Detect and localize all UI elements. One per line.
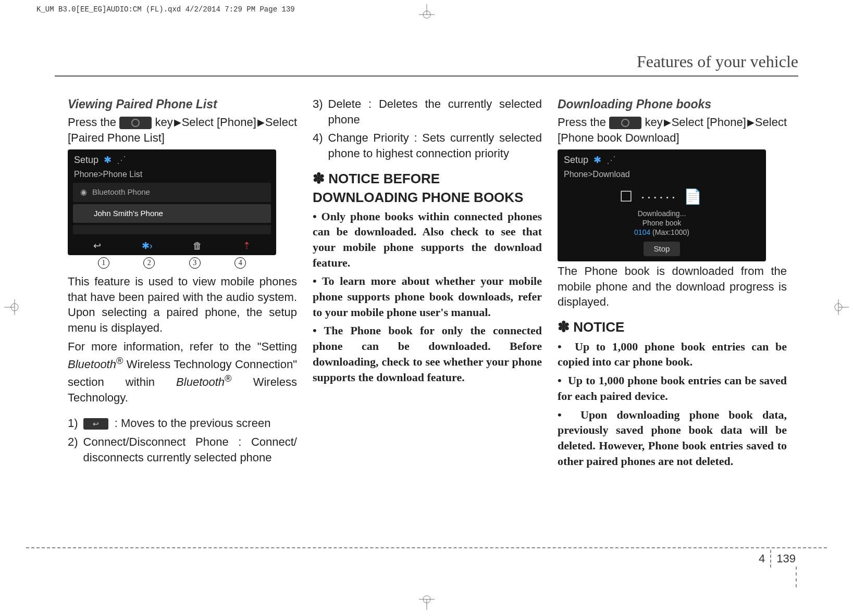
text: Downloading...	[638, 209, 686, 218]
notice-heading-text: NOTICE BEFORE DOWNLOADING PHONE BOOKS	[313, 171, 523, 205]
list-item: 3) Delete : Deletes the currently select…	[313, 96, 542, 127]
list-text: Connect/Disconnect Phone : Connect/ disc…	[83, 434, 297, 465]
callout-1-icon: 1	[98, 257, 109, 269]
bluetooth-icon: ✱	[594, 154, 601, 166]
callout-3-icon: 3	[189, 257, 201, 269]
screenshot-title: Setup	[564, 154, 588, 166]
crop-mark-icon	[833, 297, 849, 320]
notice-heading: ✽ NOTICE	[558, 317, 787, 337]
transfer-icon: ☐ ······ 📄	[558, 187, 766, 207]
download-status: Downloading... Phone book 0104 (Max:1000…	[558, 209, 766, 237]
breadcrumb: Phone>Phone List	[68, 168, 276, 181]
notice-body: • Only phone books within connected phon…	[313, 209, 542, 385]
list-item: John Smith's Phone	[73, 204, 271, 223]
page-number-value: 139	[776, 552, 796, 565]
callout-4-icon: 4	[234, 257, 246, 269]
crop-mark-icon	[416, 4, 437, 22]
column-1: Viewing Paired Phone List Press the key▶…	[68, 96, 297, 472]
bluetooth-icon: ✱	[104, 154, 112, 166]
text-italic: Bluetooth	[176, 375, 225, 388]
bullet-item: • The Phone book for only the connected …	[313, 323, 542, 385]
triangle-right-icon: ▶	[174, 116, 181, 129]
download-count: 0104	[634, 228, 650, 236]
signal-icon: ⋰	[117, 154, 126, 166]
list-item: 4) Change Priority : Sets currently sele…	[313, 130, 542, 161]
title-rule	[55, 76, 798, 77]
asterisk-icon: ✽	[313, 170, 325, 186]
list-number: 4)	[313, 130, 323, 161]
trademark-icon: ®	[225, 373, 232, 384]
list-item	[73, 225, 271, 234]
settings-key-icon	[609, 117, 641, 129]
triangle-right-icon: ▶	[663, 116, 671, 129]
trash-icon: 🗑	[193, 240, 202, 252]
bullet-item: • Only phone books within connected phon…	[313, 209, 542, 271]
list-text: Delete : Deletes the currently selected …	[328, 96, 542, 127]
text: key	[155, 116, 172, 129]
breadcrumb: Phone>Download	[558, 168, 766, 181]
instruction-text: Press the key▶Select [Phone]▶Select [Pho…	[558, 115, 787, 145]
back-button-icon: ↩	[83, 418, 108, 430]
device-screenshot-download: Setup ✱ ⋰ Phone>Download ☐ ······ 📄 Down…	[558, 149, 766, 261]
bullet-text: Only phone books within connected phones…	[313, 210, 542, 269]
section-heading: Downloading Phone books	[558, 96, 787, 112]
list-number: 3)	[313, 96, 323, 127]
bullet-text: Upon downloading phone book data, previo…	[558, 408, 787, 468]
back-icon: ↩	[93, 240, 101, 252]
paragraph: This feature is used to view mobile phon…	[68, 274, 297, 336]
crop-mark-icon	[4, 297, 20, 320]
download-max: (Max:1000)	[650, 228, 689, 236]
stop-button: Stop	[644, 242, 681, 256]
section-heading: Viewing Paired Phone List	[68, 96, 297, 112]
list-text: Change Priority : Sets currently selecte…	[328, 130, 542, 161]
bullet-text: The Phone book for only the connected ph…	[313, 324, 542, 383]
bullet-item: • Upon downloading phone book data, prev…	[558, 407, 787, 469]
column-2: 3) Delete : Deletes the currently select…	[313, 96, 542, 472]
settings-key-icon	[119, 117, 152, 129]
notice-body: • Up to 1,000 phone book entries can be …	[558, 339, 787, 469]
paragraph: The Phone book is downloaded from the mo…	[558, 263, 787, 310]
list-item: 2) Connect/Disconnect Phone : Connect/ d…	[68, 434, 297, 465]
text: Phone book	[642, 219, 682, 227]
bullet-item: • Up to 1,000 phone book entries can be …	[558, 339, 787, 370]
list-text: : Moves to the previous screen	[115, 417, 271, 430]
radio-icon: ◉	[80, 187, 87, 197]
text-italic: Bluetooth	[68, 358, 116, 371]
column-3: Downloading Phone books Press the key▶Se…	[558, 96, 787, 472]
notice-heading-text: NOTICE	[573, 319, 624, 335]
text: Press the	[558, 116, 609, 129]
separator-icon	[770, 550, 771, 568]
footer-rule	[26, 547, 827, 548]
bullet-text: To learn more about whether your mobile …	[313, 274, 542, 318]
print-header: K_UM B3.0[EE_EG]AUDIO:CM (FL).qxd 4/2/20…	[36, 5, 295, 14]
device-screenshot-phone-list: Setup ✱ ⋰ Phone>Phone List ◉ Bluetooth P…	[68, 149, 276, 255]
priority-icon: ⇡	[243, 240, 251, 252]
notice-heading: ✽ NOTICE BEFORE DOWNLOADING PHONE BOOKS	[313, 169, 542, 207]
page-number: 4 139	[759, 550, 796, 568]
page-title: Features of your vehicle	[637, 52, 798, 71]
signal-icon: ⋰	[607, 154, 616, 166]
text: For more information, refer to the "Sett…	[68, 340, 297, 353]
bullet-text: Up to 1,000 phone book entries can be co…	[558, 340, 787, 369]
paragraph: For more information, refer to the "Sett…	[68, 339, 297, 405]
text: Select [Phone]	[672, 116, 746, 129]
text: Select [Phone]	[182, 116, 256, 129]
list-number: 2)	[68, 434, 78, 465]
instruction-text: Press the key▶Select [Phone]▶Select [Pai…	[68, 115, 297, 145]
corner-mark	[796, 567, 797, 587]
crop-mark-icon	[416, 594, 437, 612]
text: key	[645, 116, 662, 129]
triangle-right-icon: ▶	[257, 116, 265, 129]
bullet-text: Up to 1,000 phone book entries can be sa…	[558, 374, 787, 403]
list-item-label: Bluetooth Phone	[92, 187, 150, 197]
bullet-item: • Up to 1,000 phone book entries can be …	[558, 373, 787, 404]
list-number: 1)	[68, 416, 78, 431]
screenshot-title: Setup	[74, 154, 98, 166]
page-frame: Features of your vehicle Viewing Paired …	[26, 23, 827, 593]
asterisk-icon: ✽	[558, 319, 570, 335]
bullet-item: • To learn more about whether your mobil…	[313, 273, 542, 320]
section-number: 4	[759, 552, 765, 565]
bluetooth-connect-icon: ✱›	[142, 240, 153, 252]
list-item: ◉ Bluetooth Phone	[73, 183, 271, 202]
callout-2-icon: 2	[143, 257, 155, 269]
